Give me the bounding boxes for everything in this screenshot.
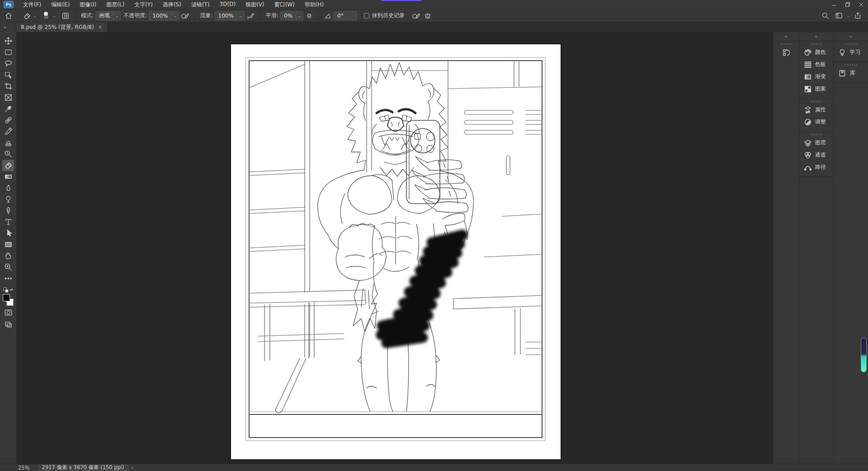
gradient-tool[interactable]	[2, 171, 14, 182]
menu-file[interactable]: 文件(F)	[18, 0, 46, 10]
panel-history[interactable]	[774, 46, 799, 58]
type-icon	[4, 218, 13, 226]
flow-select[interactable]: 100% ⌄	[215, 11, 245, 20]
panel-layers[interactable]: 图层	[799, 137, 834, 149]
eraser-tool[interactable]	[2, 160, 14, 171]
panel-grip[interactable]	[811, 43, 822, 45]
home-button[interactable]	[3, 10, 14, 21]
menu-select[interactable]: 选择(S)	[158, 0, 186, 10]
spot-healing-brush-tool[interactable]	[2, 114, 14, 126]
brush-tool[interactable]	[2, 126, 14, 137]
hand-tool[interactable]	[2, 250, 14, 262]
menu-3d[interactable]: 3D(D)	[215, 0, 241, 10]
panel-grip[interactable]	[811, 101, 822, 102]
panel-swatches[interactable]: 色板	[799, 58, 834, 71]
crop-tool[interactable]	[2, 81, 14, 92]
menu-type[interactable]: 文字(Y)	[129, 0, 158, 10]
minimize-button[interactable]	[827, 0, 841, 9]
frame-tool[interactable]	[2, 92, 14, 103]
canvas-area[interactable]	[16, 32, 773, 464]
foreground-background-swatches[interactable]	[2, 294, 14, 306]
menu-edit[interactable]: 编辑(E)	[46, 0, 75, 10]
menu-layer[interactable]: 图层(L)	[101, 0, 129, 10]
eyedropper-tool[interactable]	[2, 103, 14, 114]
type-tool[interactable]	[2, 216, 14, 228]
smoothing-options-button[interactable]	[303, 10, 315, 21]
search-button[interactable]	[819, 10, 831, 21]
menu-view[interactable]: 视图(V)	[241, 0, 269, 10]
panel-color[interactable]: 颜色	[799, 46, 834, 58]
workspace-button[interactable]	[833, 10, 844, 21]
menu-help[interactable]: 帮助(H)	[300, 0, 329, 10]
paths-icon	[804, 164, 811, 171]
panel-channels[interactable]: 通道	[799, 149, 834, 161]
menu-filter[interactable]: 滤镜(T)	[186, 0, 215, 10]
panel-patterns[interactable]: 图案	[799, 83, 834, 95]
eyedropper-icon	[4, 105, 13, 113]
brush-size-chevron-icon[interactable]: ⌄	[53, 14, 57, 18]
path-selection-tool[interactable]	[2, 228, 14, 239]
angle-input[interactable]: 0°	[334, 11, 357, 20]
mode-select[interactable]: 画笔 ⌄	[95, 11, 121, 20]
airbrush-icon	[246, 12, 255, 20]
foreground-color-swatch[interactable]	[3, 294, 10, 301]
blur-tool[interactable]	[2, 182, 14, 194]
preset-chevron-icon[interactable]: ⌄	[33, 14, 37, 18]
panel-grip[interactable]	[780, 43, 792, 45]
opacity-pressure-button[interactable]	[179, 10, 191, 21]
rectangle-tool[interactable]	[2, 239, 14, 250]
panel-adjustments[interactable]: 调整	[799, 116, 834, 128]
tool-preset-button[interactable]	[21, 10, 33, 21]
object-selection-tool[interactable]	[2, 69, 14, 81]
zoom-tool[interactable]	[2, 262, 14, 273]
workspace-chevron-icon[interactable]: ⌄	[846, 14, 850, 18]
panel-label: 色板	[815, 61, 826, 68]
panel-grip[interactable]	[845, 43, 857, 45]
panel-grip[interactable]	[811, 134, 822, 135]
clone-stamp-tool[interactable]	[2, 137, 14, 148]
status-chevron-icon[interactable]: ›	[132, 465, 133, 471]
panel-properties[interactable]: 属性	[799, 104, 834, 116]
collapse-dock-button[interactable]: «	[799, 32, 834, 41]
brush-tip-preview[interactable]: 10	[40, 12, 52, 19]
share-button[interactable]	[852, 10, 863, 21]
document-tab[interactable]: 8.psd @ 25% (背景, RGB/8) ×	[16, 22, 108, 32]
overlay-scroll-indicator[interactable]	[861, 338, 867, 372]
document-page[interactable]	[231, 44, 561, 459]
panel-gradients[interactable]: 渐变	[799, 71, 834, 83]
panel-learn[interactable]: 学习	[834, 46, 868, 58]
zoom-level-field[interactable]: 25%	[18, 465, 30, 471]
restore-button[interactable]	[841, 0, 854, 9]
angle-button[interactable]	[322, 10, 334, 21]
tool-options-bar: ⌄ 10 ⌄ 模式: 画笔 ⌄ 不透明度: 100% ⌄ 流量: 100% ⌄	[0, 9, 868, 22]
lasso-tool[interactable]	[2, 58, 14, 69]
collapse-dock-button[interactable]: «	[834, 32, 868, 41]
size-pressure-button[interactable]	[410, 10, 422, 21]
rectangular-marquee-tool[interactable]	[2, 47, 14, 58]
smoothing-select[interactable]: 0% ⌄	[280, 11, 303, 20]
pen-tool[interactable]	[2, 205, 14, 216]
menu-items: 文件(F) 编辑(E) 图像(I) 图层(L) 文字(Y) 选择(S) 滤镜(T…	[18, 0, 329, 10]
move-tool[interactable]	[2, 35, 14, 47]
opacity-select[interactable]: 100% ⌄	[149, 11, 179, 20]
collapse-dock-button[interactable]: «	[774, 32, 799, 41]
menu-image[interactable]: 图像(I)	[75, 0, 101, 10]
airbrush-button[interactable]	[245, 10, 256, 21]
erase-to-history-checkbox[interactable]	[364, 13, 369, 19]
toolbar-expand-button[interactable]: »	[0, 22, 16, 32]
quick-mask-button[interactable]	[2, 307, 14, 318]
symmetry-button[interactable]	[422, 10, 434, 21]
screen-mode-button[interactable]	[2, 319, 14, 330]
history-brush-tool[interactable]	[2, 148, 14, 160]
panel-group-learn: 学习	[834, 41, 868, 62]
tab-close-icon[interactable]: ×	[98, 24, 103, 30]
dodge-tool[interactable]	[2, 194, 14, 205]
menu-window[interactable]: 窗口(W)	[269, 0, 300, 10]
panel-libraries[interactable]: 库	[834, 67, 868, 79]
more-tools[interactable]	[2, 273, 14, 284]
panel-paths[interactable]: 路径	[799, 161, 834, 173]
swap-colors-icon[interactable]	[3, 287, 14, 293]
panel-grip[interactable]	[845, 64, 857, 66]
close-button[interactable]	[854, 0, 868, 9]
brush-panel-toggle[interactable]	[60, 10, 71, 21]
